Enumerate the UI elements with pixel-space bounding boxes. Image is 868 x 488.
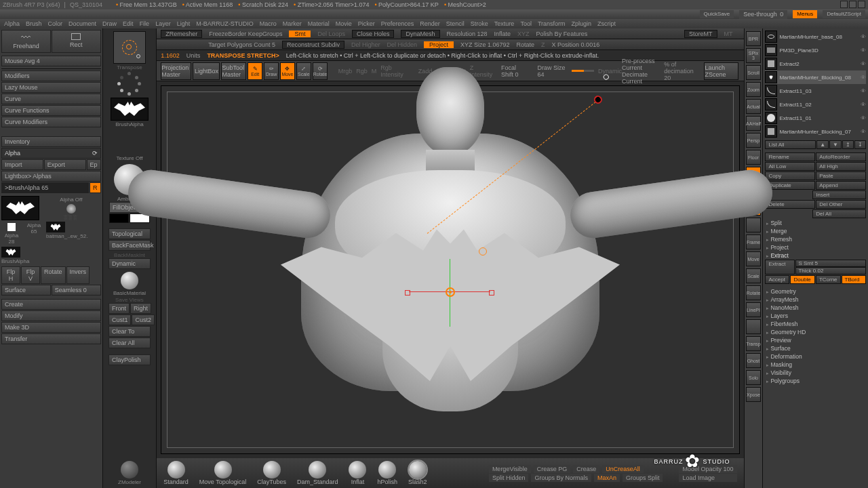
closeholes-btn[interactable]: Close Holes (352, 30, 395, 38)
launch-zscene[interactable]: Launch ZScene (704, 62, 738, 80)
zremesher-btn[interactable]: ZRemesher (161, 30, 202, 38)
section-arraymesh[interactable]: ArrayMesh (765, 296, 866, 304)
pin-icon[interactable]: ⟳ (92, 150, 98, 157)
subtool-vis-icon[interactable]: 👁 (861, 75, 866, 81)
menu-alpha[interactable]: Alpha (4, 20, 20, 27)
double-btn[interactable]: Double (790, 275, 814, 284)
menu-zplugin[interactable]: Zplugin (572, 20, 592, 27)
ricon-spix3[interactable]: SPix 3 (746, 48, 761, 63)
delother-btn[interactable]: Del Other (816, 200, 866, 209)
brush-dam_standard[interactable]: Dam_Standard (297, 461, 338, 485)
fliph-button[interactable]: Flp H (1, 266, 20, 284)
window-buttons[interactable] (839, 1, 865, 9)
ricon-actual[interactable]: Actual (746, 99, 761, 114)
claypolish-btn[interactable]: ClayPolish (108, 354, 151, 365)
delall-btn[interactable]: Del All (812, 209, 866, 218)
tbord-btn[interactable]: TBord (842, 275, 866, 284)
left-curve-functions[interactable]: Curve Functions (1, 105, 101, 116)
invers-button[interactable]: Invers (66, 266, 90, 284)
subtool-row[interactable]: MartianMHunter_base_08👁 (765, 30, 866, 43)
scale-btn[interactable]: ⤢Scale (296, 62, 311, 80)
shelf-mergevisible[interactable]: MergeVisible (489, 465, 531, 473)
shelf-uncreaseall[interactable]: UnCreaseAll (602, 465, 644, 473)
menu-macro[interactable]: Macro (260, 20, 277, 27)
alpha-lightbox[interactable]: Lightbox> Alphas (1, 171, 101, 182)
subtool-vis-icon[interactable]: 👁 (861, 88, 866, 94)
create-btn[interactable]: Create (1, 299, 101, 310)
brushalpha-thumb[interactable] (1, 247, 20, 258)
make3d-btn[interactable]: Make 3D (1, 322, 101, 333)
seamless-button[interactable]: Seamless 0 (52, 285, 101, 296)
ricon-linepi[interactable]: LinePI (746, 302, 761, 317)
model-opacity[interactable]: Model Opacity 100 (679, 465, 736, 473)
menu-layer[interactable]: Layer (155, 20, 171, 27)
menu-light[interactable]: Light (177, 20, 191, 27)
ricon-ghost[interactable]: Ghost (746, 353, 761, 368)
mouse-avg[interactable]: Mouse Avg 4 (1, 56, 101, 66)
alpha-import[interactable]: Import (1, 159, 43, 170)
subtool-vis-icon[interactable]: 👁 (861, 102, 866, 108)
basicmat-sphere[interactable] (121, 272, 138, 289)
ricon-blank[interactable] (746, 218, 761, 232)
ricon-persp[interactable]: Persp (746, 133, 761, 148)
ricon-floor[interactable]: Floor (746, 150, 761, 165)
draw-btn[interactable]: ✏Draw (264, 62, 279, 80)
storemt-btn[interactable]: StoreMT (684, 30, 717, 38)
alpha-export[interactable]: Export (44, 159, 86, 170)
backface-btn[interactable]: BackFaceMask (108, 240, 151, 251)
down-arrow-icon[interactable]: ▼ (829, 140, 842, 149)
ricon-scroll[interactable]: Scroll (746, 65, 761, 80)
alpha-off-icon[interactable] (66, 204, 76, 214)
ricon-rotate[interactable]: Rotate (746, 285, 761, 300)
subtool-master[interactable]: SubTool Master (221, 62, 246, 80)
rename-btn[interactable]: Rename (765, 152, 815, 161)
section-geometry-hd[interactable]: Geometry HD (765, 328, 866, 336)
shelf-groups-by-normals[interactable]: Groups By Normals (531, 474, 591, 482)
left-curve[interactable]: Curve (1, 94, 101, 104)
delete-btn[interactable]: Delete (765, 200, 815, 209)
shelf-groups-split[interactable]: Groups Split (623, 474, 663, 482)
menu-marker[interactable]: Marker (283, 20, 302, 27)
brush-standard[interactable]: Standard (163, 461, 189, 485)
project-sect[interactable]: Project (765, 243, 866, 251)
zmodeler-sphere[interactable] (121, 461, 138, 479)
thick-slider[interactable]: Thick 0.02 (795, 267, 866, 274)
list-all[interactable]: List All (765, 140, 816, 149)
menu-preferences[interactable]: Preferences (381, 20, 414, 27)
flipv-button[interactable]: Flp V (21, 266, 40, 284)
alpha-header[interactable]: Alpha⟳ (1, 148, 101, 159)
brush-slash2[interactable]: Slash2 (408, 461, 427, 485)
menu-zscript[interactable]: Zscript (597, 20, 616, 27)
ricon-frame[interactable]: Frame (746, 235, 761, 249)
section-geometry[interactable]: Geometry (765, 287, 866, 296)
rotate-btn[interactable]: ⟳Rotate (313, 62, 328, 80)
append-btn[interactable]: Append (816, 181, 866, 190)
section-masking[interactable]: Masking (765, 361, 866, 369)
alpha-r[interactable]: R (90, 182, 101, 193)
insert-btn[interactable]: Insert (812, 190, 866, 199)
alllow-btn[interactable]: All Low (765, 162, 815, 171)
ricon-blank[interactable] (746, 319, 761, 334)
menu-edit[interactable]: Edit (123, 20, 134, 27)
subtool-row[interactable]: PM3D_Plane3D👁 (765, 43, 866, 57)
menu-material[interactable]: Material (308, 20, 330, 27)
tcorne-btn[interactable]: TCorne (816, 275, 841, 284)
left-curve-modifiers[interactable]: Curve Modifiers (1, 117, 101, 127)
menu-movie[interactable]: Movie (336, 20, 352, 27)
subtool-row[interactable]: Extract11_01👁 (765, 111, 866, 125)
shelf-crease[interactable]: Crease (573, 465, 599, 473)
project-btn[interactable]: Project (424, 41, 454, 48)
cust1-btn[interactable]: Cust1 (108, 314, 132, 325)
ricon-bpr[interactable]: BPR (746, 31, 761, 46)
section-preview[interactable]: Preview (765, 336, 866, 344)
move-btn[interactable]: ✥Move (280, 62, 295, 80)
transfer-btn[interactable]: Transfer (1, 333, 101, 344)
menu-picker[interactable]: Picker (358, 20, 375, 27)
batman-thumb[interactable] (46, 222, 65, 232)
menu-bar[interactable]: AlphaBrushColorDocumentDrawEditFileLayer… (0, 19, 868, 28)
split-sect[interactable]: Split (765, 219, 866, 227)
alpha-ep[interactable]: Ep (87, 159, 101, 170)
subtool-vis-icon[interactable]: 👁 (861, 115, 866, 121)
subtool-row[interactable]: Extract11_02👁 (765, 98, 866, 111)
ricon-scale[interactable]: Scale (746, 268, 761, 283)
